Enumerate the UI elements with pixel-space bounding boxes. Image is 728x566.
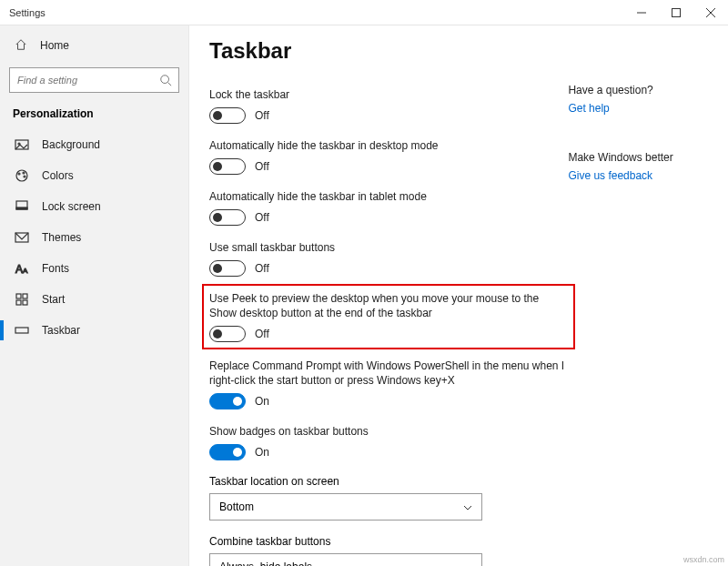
sidebar: Home Personalization Background Colors L… [0, 25, 189, 566]
option-label: Automatically hide the taskbar in deskto… [209, 138, 568, 153]
svg-rect-19 [16, 300, 21, 305]
sidebar-item-label: Lock screen [42, 200, 101, 213]
svg-rect-17 [16, 294, 21, 298]
start-icon [15, 292, 29, 307]
toggle-switch[interactable] [209, 444, 246, 460]
sidebar-item-label: Taskbar [42, 324, 80, 337]
svg-text:A: A [15, 263, 23, 276]
titlebar: Settings [0, 0, 728, 25]
sidebar-item-colors[interactable]: Colors [0, 160, 188, 191]
close-button[interactable] [693, 0, 728, 25]
sidebar-home-label: Home [40, 39, 69, 52]
sidebar-item-start[interactable]: Start [0, 284, 188, 315]
svg-point-11 [24, 176, 25, 177]
home-icon [15, 38, 27, 54]
option-lock-taskbar: Lock the taskbar Off [209, 87, 568, 124]
sidebar-item-label: Colors [42, 169, 74, 182]
search-wrap [9, 67, 179, 93]
option-label: Use Peek to preview the desktop when you… [209, 291, 568, 320]
toggle-state: Off [255, 160, 269, 173]
toggle-state: On [255, 446, 269, 459]
sidebar-item-label: Themes [42, 231, 81, 244]
toggle-state: Off [255, 262, 269, 275]
page-title: Taskbar [209, 38, 568, 64]
sidebar-item-themes[interactable]: Themes [0, 222, 188, 253]
sidebar-item-label: Background [42, 138, 100, 151]
watermark: wsxdn.com [683, 555, 724, 564]
toggle-switch[interactable] [209, 158, 246, 175]
toggle-switch[interactable] [209, 209, 246, 226]
option-badges: Show badges on taskbar buttons On [209, 424, 568, 460]
chevron-down-icon [463, 562, 472, 566]
svg-point-9 [18, 173, 20, 175]
give-feedback-link[interactable]: Give us feedback [568, 169, 721, 182]
select-value: Bottom [219, 500, 254, 513]
toggle-switch[interactable] [209, 260, 246, 277]
toggle-switch[interactable] [209, 393, 246, 409]
option-label: Lock the taskbar [209, 87, 568, 102]
toggle-switch[interactable] [209, 107, 246, 124]
toggle-state: Off [255, 109, 269, 122]
option-label: Replace Command Prompt with Windows Powe… [209, 359, 568, 388]
option-powershell: Replace Command Prompt with Windows Powe… [209, 359, 568, 409]
select-label: Taskbar location on screen [209, 475, 568, 488]
sidebar-item-lock-screen[interactable]: Lock screen [0, 191, 188, 222]
get-help-link[interactable]: Get help [568, 102, 721, 115]
svg-point-4 [161, 76, 169, 84]
select-label: Combine taskbar buttons [209, 535, 568, 548]
svg-rect-20 [23, 300, 27, 305]
svg-point-10 [23, 172, 25, 174]
option-label: Show badges on taskbar buttons [209, 424, 568, 439]
taskbar-icon [15, 323, 29, 338]
search-icon [159, 74, 172, 86]
search-input[interactable] [9, 67, 179, 93]
sidebar-item-fonts[interactable]: AA Fonts [0, 253, 188, 284]
svg-rect-18 [23, 294, 27, 298]
svg-text:A: A [23, 267, 28, 275]
maximize-button[interactable] [659, 0, 693, 25]
select-value: Always, hide labels [219, 561, 312, 566]
window-title: Settings [0, 7, 624, 18]
main: Taskbar Lock the taskbar Off Automatical… [189, 25, 728, 566]
right-column: Have a question? Get help Make Windows b… [568, 38, 721, 566]
sidebar-category: Personalization [0, 102, 188, 129]
option-autohide-tablet: Automatically hide the taskbar in tablet… [209, 189, 568, 226]
combine-buttons-select[interactable]: Always, hide labels [209, 553, 482, 566]
sidebar-home[interactable]: Home [0, 31, 188, 60]
toggle-state: Off [255, 211, 269, 224]
minimize-button[interactable] [624, 0, 659, 25]
svg-line-5 [168, 83, 172, 86]
lock-screen-icon [15, 199, 29, 214]
themes-icon [15, 230, 29, 245]
content: Taskbar Lock the taskbar Off Automatical… [209, 38, 568, 566]
feedback-heading: Make Windows better [568, 151, 721, 164]
palette-icon [15, 168, 29, 183]
svg-rect-1 [672, 8, 681, 16]
option-small-buttons: Use small taskbar buttons Off [209, 240, 568, 277]
sidebar-item-background[interactable]: Background [0, 129, 188, 160]
toggle-switch[interactable] [209, 326, 246, 342]
highlighted-option: Use Peek to preview the desktop when you… [202, 284, 575, 349]
option-autohide-desktop: Automatically hide the taskbar in deskto… [209, 138, 568, 175]
svg-rect-21 [15, 328, 28, 333]
question-heading: Have a question? [568, 84, 721, 96]
option-label: Automatically hide the taskbar in tablet… [209, 189, 568, 204]
toggle-state: On [255, 395, 269, 408]
chevron-down-icon [463, 502, 472, 511]
sidebar-item-label: Fonts [42, 262, 69, 275]
option-label: Use small taskbar buttons [209, 240, 568, 255]
toggle-state: Off [255, 328, 269, 340]
taskbar-location-select[interactable]: Bottom [209, 493, 482, 521]
sidebar-item-taskbar[interactable]: Taskbar [0, 315, 188, 346]
sidebar-item-label: Start [42, 293, 65, 306]
svg-rect-13 [16, 207, 27, 209]
fonts-icon: AA [15, 261, 29, 276]
picture-icon [15, 137, 29, 152]
